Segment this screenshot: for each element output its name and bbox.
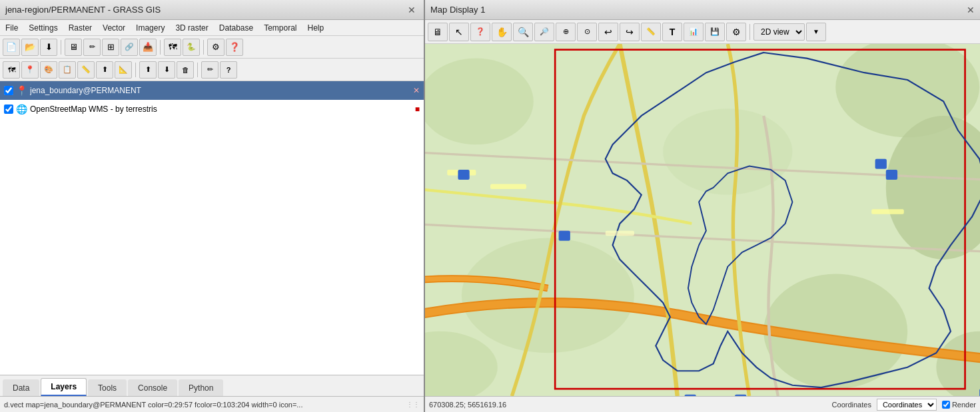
menu-help[interactable]: Help	[305, 22, 327, 34]
python-button[interactable]: 🐍	[183, 39, 200, 56]
svg-rect-15	[871, 209, 904, 214]
grid-button[interactable]: ⊞	[102, 39, 119, 56]
menu-vector[interactable]: Vector	[100, 22, 128, 34]
map-status-bar: 670308.25; 5651619.16 Coordinates Coordi…	[425, 396, 980, 412]
render-checkbox[interactable]	[942, 401, 950, 409]
layer-checkbox-2[interactable]	[4, 104, 13, 114]
remove-layer-button[interactable]: 🗑	[177, 61, 194, 79]
layer-remove-1[interactable]: ✕	[413, 86, 420, 95]
open-mapset-button[interactable]: 📂	[21, 39, 39, 56]
layer-checkbox-1[interactable]	[4, 86, 13, 95]
layer-list: 📍 jena_boundary@PERMANENT ✕ 🌐 OpenStreet…	[0, 81, 424, 375]
map-zoom-back-button[interactable]: ↩	[598, 23, 618, 41]
left-title: jena-region/PERMANENT - GRASS GIS	[5, 5, 161, 15]
map-text-button[interactable]: T	[662, 23, 682, 41]
layer-item-jena-boundary[interactable]: 📍 jena_boundary@PERMANENT ✕	[0, 81, 424, 100]
map-canvas	[425, 44, 980, 396]
map-zoom-forward-button[interactable]: ↪	[620, 23, 640, 41]
view-dropdown-button[interactable]: ▼	[806, 23, 826, 41]
query-display-button[interactable]: ?	[220, 61, 237, 79]
map-overlay-button[interactable]: 📊	[684, 23, 704, 41]
tab-layers[interactable]: Layers	[41, 378, 87, 396]
add-north-button[interactable]: ⬆	[96, 61, 113, 79]
layer-item-osm-wms[interactable]: 🌐 OpenStreetMap WMS - by terrestris ■	[0, 100, 424, 118]
digitize-button[interactable]: ✏	[83, 39, 101, 56]
map-zoom-in-button[interactable]: 🔍	[513, 23, 533, 41]
left-status-bar: d.vect map=jena_boundary@PERMANENT color…	[0, 396, 424, 412]
toolbar-1: 📄 📂 ⬇ 🖥 ✏ ⊞ 🔗 📥 🗺 🐍 ⚙ ❓	[0, 36, 424, 59]
map-zoom-out-button[interactable]: 🔎	[534, 23, 554, 41]
left-close-button[interactable]: ✕	[405, 5, 418, 15]
map-pan-button[interactable]: ✋	[492, 23, 512, 41]
add-raster-button[interactable]: 🗺	[3, 61, 20, 79]
resize-grip-icon: ⋮⋮	[406, 401, 420, 408]
coordinates-label: Coordinates	[832, 401, 871, 409]
add-vector-button[interactable]: 📍	[21, 61, 39, 79]
edit-attr-button[interactable]: ✏	[201, 61, 219, 79]
map-separator	[749, 24, 750, 40]
add-legend-button[interactable]: 📋	[59, 61, 76, 79]
new-mapset-button[interactable]: 📄	[3, 39, 20, 56]
layer-remove-2[interactable]: ■	[415, 104, 420, 114]
svg-rect-14	[490, 184, 526, 190]
map-display-title: Map Display 1	[430, 5, 485, 15]
svg-rect-23	[458, 170, 469, 180]
help-button[interactable]: ❓	[226, 39, 243, 56]
map-display-button[interactable]: 🗺	[164, 39, 181, 56]
toolbar-2: 🗺 📍 🎨 📋 📏 ⬆ 📐 ⬆ ⬇ 🗑 ✏ ?	[0, 59, 424, 81]
menu-file[interactable]: File	[3, 22, 21, 34]
separator-5	[197, 63, 198, 77]
import-button[interactable]: 📥	[139, 39, 157, 56]
menu-3d-raster[interactable]: 3D raster	[173, 22, 211, 34]
menu-bar: File Settings Raster Vector Imagery 3D r…	[0, 20, 424, 36]
map-zoom-region-button[interactable]: ⊕	[556, 23, 576, 41]
db-connect-button[interactable]: 🔗	[121, 39, 138, 56]
left-title-bar: jena-region/PERMANENT - GRASS GIS ✕	[0, 0, 424, 20]
render-label: Render	[952, 401, 976, 409]
add-rgb-button[interactable]: 🎨	[40, 61, 57, 79]
display-button[interactable]: 🖥	[65, 39, 82, 56]
svg-rect-19	[559, 231, 570, 241]
move-up-button[interactable]: ⬆	[139, 61, 157, 79]
map-display-map-button[interactable]: 🖥	[428, 23, 448, 41]
menu-settings[interactable]: Settings	[26, 22, 60, 34]
separator-3	[203, 40, 204, 55]
map-query-button[interactable]: ❓	[470, 23, 490, 41]
render-check-container: Render	[942, 401, 976, 409]
layer-name-2: OpenStreetMap WMS - by terrestris	[30, 104, 411, 114]
add-scalebar-button[interactable]: 📏	[77, 61, 95, 79]
svg-rect-16	[606, 231, 634, 236]
tab-tools[interactable]: Tools	[88, 379, 127, 396]
download-button[interactable]: ⬇	[40, 39, 57, 56]
menu-temporal[interactable]: Temporal	[261, 22, 299, 34]
settings-button[interactable]: ⚙	[207, 39, 225, 56]
view-select-dropdown[interactable]: 2D view 3D view	[753, 23, 805, 41]
svg-rect-17	[875, 159, 887, 169]
vector-layer-icon-1: 📍	[16, 85, 27, 96]
separator-1	[61, 40, 61, 55]
separator-4	[135, 63, 136, 77]
menu-database[interactable]: Database	[217, 22, 256, 34]
move-down-button[interactable]: ⬇	[158, 61, 175, 79]
svg-rect-21	[735, 395, 746, 396]
separator-2	[160, 40, 161, 55]
add-barscale-button[interactable]: 📐	[115, 61, 132, 79]
tab-python[interactable]: Python	[179, 379, 223, 396]
map-coordinates-text: 670308.25; 5651619.16	[429, 401, 827, 409]
menu-raster[interactable]: Raster	[66, 22, 95, 34]
map-toolbar: 🖥 ↖ ❓ ✋ 🔍 🔎 ⊕ ⊙ ↩ ↪ 📏 T 📊 💾 ⚙ 2D view 3D…	[425, 20, 980, 44]
map-zoom-all-button[interactable]: ⊙	[577, 23, 597, 41]
menu-imagery[interactable]: Imagery	[133, 22, 167, 34]
layer-name-1: jena_boundary@PERMANENT	[30, 86, 409, 95]
map-svg	[425, 44, 980, 396]
svg-rect-20	[685, 395, 696, 396]
tab-data[interactable]: Data	[3, 379, 39, 396]
map-save-button[interactable]: 💾	[705, 23, 725, 41]
left-status-text: d.vect map=jena_boundary@PERMANENT color…	[4, 401, 404, 409]
map-close-button[interactable]: ✕	[967, 5, 975, 15]
map-settings-button[interactable]: ⚙	[726, 23, 746, 41]
map-pointer-button[interactable]: ↖	[449, 23, 469, 41]
tab-console[interactable]: Console	[128, 379, 177, 396]
map-ruler-button[interactable]: 📏	[641, 23, 661, 41]
coordinates-dropdown[interactable]: Coordinates	[877, 399, 937, 411]
